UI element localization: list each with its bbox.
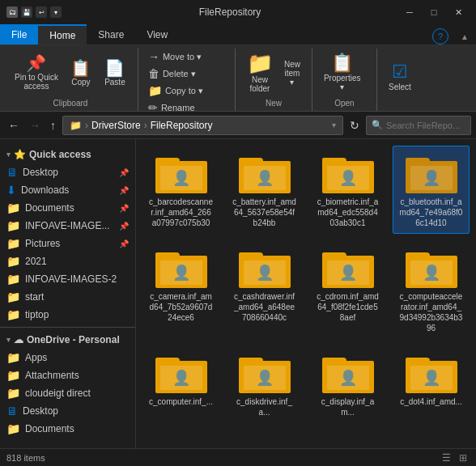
new-folder-button[interactable]: 📁 Newfolder bbox=[242, 50, 278, 95]
new-label: New bbox=[242, 97, 305, 108]
title-bar-icons: 🗂 💾 ↩ ▾ bbox=[6, 6, 62, 18]
tab-home[interactable]: Home bbox=[38, 24, 87, 44]
status-bar: 818 items ☰ ⊞ bbox=[0, 448, 476, 466]
sidebar-item-apps[interactable]: 📁 Apps bbox=[0, 349, 135, 366]
select-buttons: ☑ Select bbox=[384, 49, 416, 106]
status-right: ☰ ⊞ bbox=[440, 451, 470, 464]
window-title: FileRepository bbox=[66, 6, 393, 18]
attachments-icon: 📁 bbox=[6, 369, 20, 382]
down-arrow-icon[interactable]: ▾ bbox=[50, 6, 62, 18]
sidebar-section-onedrive[interactable]: ▾ ☁ OneDrive - Personal bbox=[0, 331, 135, 349]
address-bar: ← → ↑ 📁 › DriverStore › FileRepository ▾… bbox=[0, 112, 476, 139]
folder-icon-dot4: 👤 bbox=[406, 351, 457, 393]
sidebar-item-attachments[interactable]: 📁 Attachments bbox=[0, 366, 135, 384]
properties-button[interactable]: 📋 Properties▾ bbox=[319, 50, 366, 95]
folder-icon-bluetooth: 👤 bbox=[406, 151, 457, 193]
tab-share[interactable]: Share bbox=[87, 24, 135, 44]
organize-buttons: → Move to ▾ 🗑 Delete ▾ 📁 Copy to ▾ ✏ Ren… bbox=[145, 49, 206, 116]
tab-view[interactable]: View bbox=[135, 24, 179, 44]
copy-button[interactable]: 📋 Copy bbox=[65, 50, 97, 95]
app-icon: 🗂 bbox=[6, 6, 18, 18]
open-buttons: 📋 Properties▾ bbox=[319, 49, 366, 97]
main-content: ▾ ⭐ Quick access 🖥 Desktop 📌 ⬇ Downloads… bbox=[0, 139, 476, 448]
select-button[interactable]: ☑ Select bbox=[384, 55, 416, 100]
chevron-down-icon: ▾ bbox=[6, 150, 11, 159]
chevron-down-icon-2: ▾ bbox=[6, 336, 11, 344]
onedrive-documents-icon: 📁 bbox=[6, 422, 20, 435]
clipboard-label: Clipboard bbox=[10, 97, 131, 108]
quick-save-icon[interactable]: 💾 bbox=[21, 6, 32, 18]
sidebar-item-downloads[interactable]: ⬇ Downloads 📌 bbox=[0, 181, 135, 199]
close-button[interactable]: ✕ bbox=[447, 4, 470, 20]
sidebar-item-pictures[interactable]: 📁 Pictures 📌 bbox=[0, 235, 135, 252]
folder-icon-biometric: 👤 bbox=[322, 151, 374, 193]
onedrive-desktop-icon: 🖥 bbox=[6, 405, 18, 417]
sidebar-item-start[interactable]: 📁 start bbox=[0, 288, 135, 306]
rename-icon: ✏ bbox=[148, 101, 158, 114]
file-item-cashdrawer[interactable]: 👤 c_cashdrawer.inf_amd64_a648ee708660440… bbox=[226, 240, 303, 339]
help-button[interactable]: ? bbox=[432, 28, 448, 44]
pin-icon: 📌 bbox=[26, 55, 46, 71]
sidebar-item-infoave-images-2[interactable]: 📁 INFOAVE-IMAGES-2 bbox=[0, 270, 135, 288]
tab-file[interactable]: File bbox=[0, 24, 38, 44]
file-item-battery[interactable]: 👤 c_battery.inf_amd64_5637e58e54fb24bb bbox=[226, 146, 303, 234]
pin-to-quick-access-button[interactable]: 📌 Pin to Quickaccess bbox=[10, 50, 63, 95]
maximize-button[interactable]: □ bbox=[423, 4, 445, 20]
details-view-button[interactable]: ☰ bbox=[440, 451, 453, 464]
file-item-dot4[interactable]: 👤 c_dot4.inf_amd... bbox=[393, 345, 470, 423]
file-grid: 👤 c_barcodescanner.inf_amd64_266a07997c0… bbox=[142, 146, 470, 423]
sidebar-item-documents[interactable]: 📁 Documents 📌 bbox=[0, 199, 135, 217]
title-bar-controls[interactable]: ─ □ ✕ bbox=[398, 4, 470, 20]
sidebar-item-onedrive-desktop[interactable]: 🖥 Desktop bbox=[0, 402, 135, 420]
sidebar-item-desktop[interactable]: 🖥 Desktop 📌 bbox=[0, 163, 135, 181]
sidebar-item-infoave-images[interactable]: 📁 INFOAVE-IMAGE... 📌 bbox=[0, 217, 135, 235]
up-button[interactable]: ↑ bbox=[47, 117, 59, 133]
file-item-barcodescanner[interactable]: 👤 c_barcodescanner.inf_amd64_266a07997c0… bbox=[142, 146, 219, 234]
pin-badge-pictures: 📌 bbox=[119, 239, 129, 248]
folder-icon-small: 📁 bbox=[70, 120, 82, 131]
rename-button[interactable]: ✏ Rename bbox=[145, 100, 198, 116]
file-item-biometric[interactable]: 👤 c_biometric.inf_amd64_edc558d403ab30c1 bbox=[309, 146, 386, 234]
file-item-cdrom[interactable]: 👤 c_cdrom.inf_amd64_f08f2fe1cde58aef bbox=[309, 240, 386, 339]
new-item-button[interactable]: Newitem▾ bbox=[279, 50, 305, 95]
large-icon-view-button[interactable]: ⊞ bbox=[457, 451, 470, 464]
quick-access-label: Quick access bbox=[29, 149, 91, 160]
ribbon: 📌 Pin to Quickaccess 📋 Copy 📄 Paste Clip… bbox=[0, 45, 476, 112]
folder-icon-battery: 👤 bbox=[239, 151, 291, 193]
paste-button[interactable]: 📄 Paste bbox=[99, 50, 131, 95]
copy-to-button[interactable]: 📁 Copy to ▾ bbox=[145, 83, 206, 99]
forward-button[interactable]: → bbox=[26, 117, 44, 133]
move-to-button[interactable]: → Move to ▾ bbox=[145, 49, 205, 65]
file-item-diskdrive[interactable]: 👤 c_diskdrive.inf_a... bbox=[226, 345, 303, 423]
search-input[interactable] bbox=[386, 121, 465, 130]
file-item-computer[interactable]: 👤 c_computer.inf_... bbox=[142, 345, 219, 423]
path-dropdown-icon[interactable]: ▾ bbox=[332, 121, 336, 129]
ribbon-group-new: 📁 Newfolder Newitem▾ New bbox=[236, 49, 312, 111]
back-button[interactable]: ← bbox=[5, 117, 23, 133]
file-item-camera[interactable]: 👤 c_camera.inf_amd64_7b52a9607d24ece6 bbox=[142, 240, 219, 339]
file-item-bluetooth[interactable]: 👤 c_bluetooth.inf_amd64_7e49a68f06c14d10 bbox=[393, 146, 470, 234]
search-box[interactable]: 🔍 bbox=[366, 116, 471, 135]
address-path[interactable]: 📁 › DriverStore › FileRepository ▾ bbox=[62, 116, 343, 135]
sidebar-item-onedrive-documents[interactable]: 📁 Documents bbox=[0, 420, 135, 438]
select-icon: ☑ bbox=[392, 63, 408, 81]
folder-icon-camera: 👤 bbox=[155, 246, 207, 288]
sidebar-item-tiptop[interactable]: 📁 tiptop bbox=[0, 306, 135, 324]
sidebar-divider-1 bbox=[0, 327, 135, 328]
delete-button[interactable]: 🗑 Delete ▾ bbox=[145, 66, 199, 82]
folder-icon-computeaccelerator: 👤 bbox=[406, 246, 457, 288]
sidebar-section-quick-access[interactable]: ▾ ⭐ Quick access bbox=[0, 146, 135, 163]
ribbon-group-open: 📋 Properties▾ Open bbox=[312, 49, 377, 111]
sidebar-item-2021[interactable]: 📁 2021 bbox=[0, 252, 135, 270]
sidebar-item-cloudeigt[interactable]: 📁 cloudeigt direct bbox=[0, 384, 135, 402]
minimize-button[interactable]: ─ bbox=[398, 4, 421, 20]
file-item-computeaccelerator[interactable]: 👤 c_computeaccelerator.inf_amd64_9d34992… bbox=[393, 240, 470, 339]
folder-icon-barcodescanner: 👤 bbox=[155, 151, 207, 193]
undo-icon[interactable]: ↩ bbox=[36, 6, 47, 18]
refresh-button[interactable]: ↻ bbox=[346, 117, 363, 133]
file-item-display[interactable]: 👤 c_display.inf_am... bbox=[309, 345, 386, 423]
ribbon-tabs: File Home Share View ? ▲ bbox=[0, 24, 476, 45]
quick-access-icon: ⭐ bbox=[14, 149, 26, 160]
pictures-icon: 📁 bbox=[6, 237, 20, 250]
collapse-ribbon-button[interactable]: ▲ bbox=[453, 28, 476, 44]
